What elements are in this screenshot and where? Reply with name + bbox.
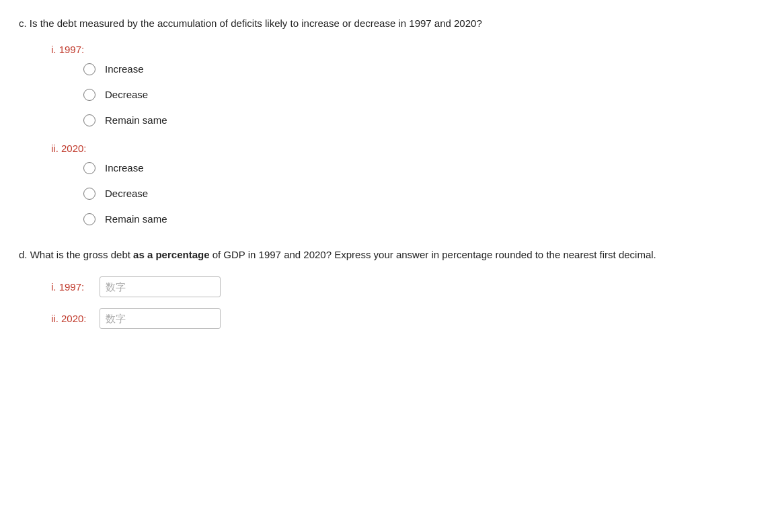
sub-question-1997-label: i. 1997:	[51, 44, 753, 55]
input-label-2020: ii. 2020:	[51, 313, 91, 324]
question-d-bold: as a percentage	[133, 249, 209, 260]
sub-question-1997: i. 1997: Increase Decrease Remain same	[51, 44, 753, 126]
radio-increase-2020[interactable]	[83, 162, 95, 174]
radio-decrease-2020[interactable]	[83, 188, 95, 200]
input-row-1997: i. 1997:	[51, 276, 753, 297]
radio-option-decrease-2020[interactable]: Decrease	[83, 188, 753, 200]
radio-option-remain-1997[interactable]: Remain same	[83, 114, 753, 126]
radio-option-remain-2020[interactable]: Remain same	[83, 213, 753, 225]
radio-increase-1997[interactable]	[83, 63, 95, 75]
input-2020[interactable]	[100, 308, 221, 329]
question-d-after-bold: of GDP in 1997 and 2020? Express your an…	[210, 249, 656, 260]
radio-group-1997: Increase Decrease Remain same	[83, 63, 753, 126]
input-label-1997: i. 1997:	[51, 281, 91, 293]
question-c-text: c. Is the debt measured by the accumulat…	[19, 16, 753, 32]
radio-option-decrease-1997[interactable]: Decrease	[83, 89, 753, 101]
question-d-before-bold: d. What is the gross debt	[19, 249, 133, 260]
radio-label-increase-2020: Increase	[105, 162, 144, 174]
radio-decrease-1997[interactable]	[83, 89, 95, 101]
sub-question-2020: ii. 2020: Increase Decrease Remain same	[51, 143, 753, 225]
radio-remain-1997[interactable]	[83, 114, 95, 126]
radio-label-remain-2020: Remain same	[105, 213, 167, 225]
input-row-2020: ii. 2020:	[51, 308, 753, 329]
radio-label-increase-1997: Increase	[105, 63, 144, 75]
radio-group-2020: Increase Decrease Remain same	[83, 162, 753, 225]
radio-label-decrease-2020: Decrease	[105, 188, 148, 199]
radio-option-increase-2020[interactable]: Increase	[83, 162, 753, 174]
radio-label-remain-1997: Remain same	[105, 114, 167, 126]
radio-remain-2020[interactable]	[83, 213, 95, 225]
question-d-text: d. What is the gross debt as a percentag…	[19, 247, 753, 263]
sub-question-2020-label: ii. 2020:	[51, 143, 753, 154]
question-c-content: c. Is the debt measured by the accumulat…	[19, 17, 482, 29]
radio-label-decrease-1997: Decrease	[105, 89, 148, 100]
radio-option-increase-1997[interactable]: Increase	[83, 63, 753, 75]
input-1997[interactable]	[100, 276, 221, 297]
